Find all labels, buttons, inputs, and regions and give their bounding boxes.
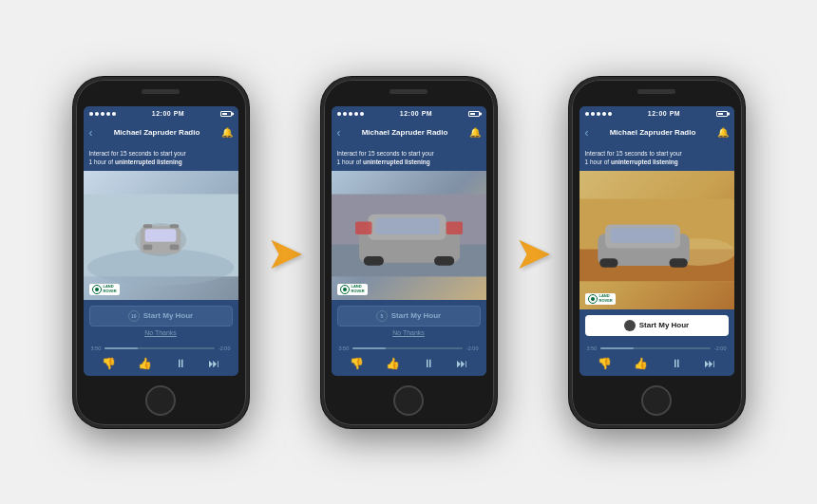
progress-bar-2[interactable] — [352, 347, 463, 349]
status-bar-1: 12:00 PM — [84, 106, 238, 121]
status-icons-3 — [716, 111, 728, 117]
ad-text-banner-3: Interact for 15 seconds to start your1 h… — [580, 144, 734, 171]
start-label-1: Start My Hour — [143, 311, 193, 320]
start-my-hour-button-1[interactable]: 10 Start My Hour — [89, 306, 233, 327]
header-bar-2: ‹ Michael Zapruder Radio 🔔 — [332, 121, 486, 144]
ad-text-3: Interact for 15 seconds to start your1 h… — [585, 149, 729, 166]
skip-icon-2[interactable]: ⏭ — [456, 357, 467, 370]
signal-dots-2 — [337, 112, 364, 116]
status-bar-3: 12:00 PM — [580, 106, 734, 121]
svg-rect-24 — [599, 258, 618, 268]
signal-dots — [89, 112, 116, 116]
header-title-3: Michael Zapruder Radio — [610, 128, 696, 137]
progress-time-start-1: 3:50 — [91, 345, 102, 351]
bookmark-icon-2[interactable]: 🔔 — [469, 127, 481, 138]
main-scene: 12:00 PM ‹ Michael Zapruder Radio 🔔 — [0, 0, 817, 504]
bookmark-icon-3[interactable]: 🔔 — [717, 127, 729, 138]
svg-rect-4 — [144, 229, 176, 242]
timer-badge-2: 5 — [376, 310, 388, 322]
svg-rect-15 — [434, 256, 454, 266]
status-icons-2 — [468, 111, 480, 117]
phone-2: 12:00 PM ‹ Michael Zapruder Radio 🔔 Inte… — [321, 77, 497, 428]
status-time-2: 12:00 PM — [400, 110, 432, 117]
phone-speaker-2 — [390, 89, 428, 94]
ad-text-banner-1: Interact for 15 seconds to start your1 h… — [84, 144, 238, 171]
thumbs-up-icon-2[interactable]: 👍 — [386, 357, 400, 370]
thumbs-up-icon-3[interactable]: 👍 — [634, 357, 648, 370]
brand-badge-1: LANDROVER — [89, 284, 120, 295]
player-area-1: 3:50 -2:00 👎 👍 ⏸ ⏭ — [84, 342, 238, 376]
back-button-2[interactable]: ‹ — [337, 126, 341, 140]
bookmark-icon-1[interactable]: 🔔 — [221, 127, 233, 138]
no-thanks-link-1[interactable]: No Thanks — [144, 329, 177, 336]
ad-text-1: Interact for 15 seconds to start your1 h… — [89, 149, 233, 166]
thumbs-up-icon-1[interactable]: 👍 — [138, 357, 152, 370]
home-button-1[interactable] — [145, 385, 176, 416]
progress-bar-3[interactable] — [600, 347, 711, 349]
header-title-1: Michael Zapruder Radio — [114, 128, 200, 137]
svg-rect-14 — [363, 256, 383, 266]
progress-time-start-2: 3:50 — [339, 345, 350, 351]
progress-time-end-2: -2:00 — [466, 345, 479, 351]
pause-icon-3[interactable]: ⏸ — [671, 357, 682, 370]
pause-icon-2[interactable]: ⏸ — [423, 357, 434, 370]
car-image-3: LANDROVER — [580, 171, 734, 309]
cta-area-2: 5 Start My Hour No Thanks — [332, 300, 486, 342]
svg-rect-7 — [142, 224, 152, 228]
ad-text-2: Interact for 15 seconds to start your1 h… — [337, 149, 481, 166]
home-button-3[interactable] — [641, 385, 672, 416]
arrow-1: ➤ — [266, 226, 304, 279]
start-label-2: Start My Hour — [391, 311, 441, 320]
ad-area-3: Interact for 15 seconds to start your1 h… — [580, 144, 734, 309]
controls-row-2: 👎 👍 ⏸ ⏭ — [339, 357, 479, 372]
start-my-hour-button-3[interactable]: Start My Hour — [585, 315, 729, 336]
header-title-2: Michael Zapruder Radio — [362, 128, 448, 137]
battery-icon-3 — [716, 111, 728, 117]
progress-time-end-1: -2:00 — [218, 345, 231, 351]
home-button-2[interactable] — [393, 385, 424, 416]
brand-text-3: LANDROVER — [599, 294, 613, 303]
brand-badge-3: LANDROVER — [585, 293, 616, 305]
back-button-3[interactable]: ‹ — [585, 126, 589, 140]
svg-rect-25 — [669, 258, 687, 268]
car-image-2: LANDROVER — [332, 171, 486, 300]
header-bar-1: ‹ Michael Zapruder Radio 🔔 — [84, 121, 238, 144]
ad-area-2: Interact for 15 seconds to start your1 h… — [332, 144, 486, 300]
thumbs-down-icon-1[interactable]: 👎 — [102, 357, 116, 370]
brand-circle — [92, 285, 102, 294]
svg-rect-23 — [610, 228, 674, 242]
skip-icon-3[interactable]: ⏭ — [704, 357, 715, 370]
brand-circle-3 — [588, 294, 598, 304]
controls-row-1: 👎 👍 ⏸ ⏭ — [91, 357, 231, 372]
thumbs-down-icon-2[interactable]: 👎 — [350, 357, 364, 370]
svg-rect-13 — [375, 217, 440, 233]
status-icons — [220, 111, 232, 117]
controls-row-3: 👎 👍 ⏸ ⏭ — [587, 357, 727, 372]
progress-row-2: 3:50 -2:00 — [339, 345, 479, 351]
cta-area-3: Start My Hour — [580, 309, 734, 342]
phone-speaker-3 — [637, 89, 675, 94]
progress-row-3: 3:50 -2:00 — [587, 345, 727, 351]
thumbs-down-icon-3[interactable]: 👎 — [598, 357, 612, 370]
skip-icon-1[interactable]: ⏭ — [208, 357, 219, 370]
progress-fill-1 — [104, 347, 138, 349]
progress-bar-1[interactable] — [104, 347, 215, 349]
start-my-hour-button-2[interactable]: 5 Start My Hour — [337, 306, 481, 327]
timer-num-2: 5 — [380, 313, 383, 319]
status-time-3: 12:00 PM — [648, 110, 680, 117]
no-thanks-link-2[interactable]: No Thanks — [392, 329, 425, 336]
progress-fill-2 — [352, 347, 386, 349]
status-time-1: 12:00 PM — [152, 110, 184, 117]
svg-rect-16 — [446, 221, 462, 234]
svg-rect-6 — [169, 244, 179, 250]
player-area-3: 3:50 -2:00 👎 👍 ⏸ ⏭ — [580, 342, 734, 376]
progress-time-end-3: -2:00 — [714, 345, 727, 351]
car-svg-2 — [332, 171, 486, 300]
back-button-1[interactable]: ‹ — [89, 126, 93, 140]
pause-icon-1[interactable]: ⏸ — [175, 357, 186, 370]
phone-speaker — [142, 89, 180, 94]
ad-text-banner-2: Interact for 15 seconds to start your1 h… — [332, 144, 486, 171]
progress-time-start-3: 3:50 — [587, 345, 598, 351]
phone-screen-1: 12:00 PM ‹ Michael Zapruder Radio 🔔 — [84, 106, 238, 376]
brand-text-2: LANDROVER — [352, 285, 365, 293]
